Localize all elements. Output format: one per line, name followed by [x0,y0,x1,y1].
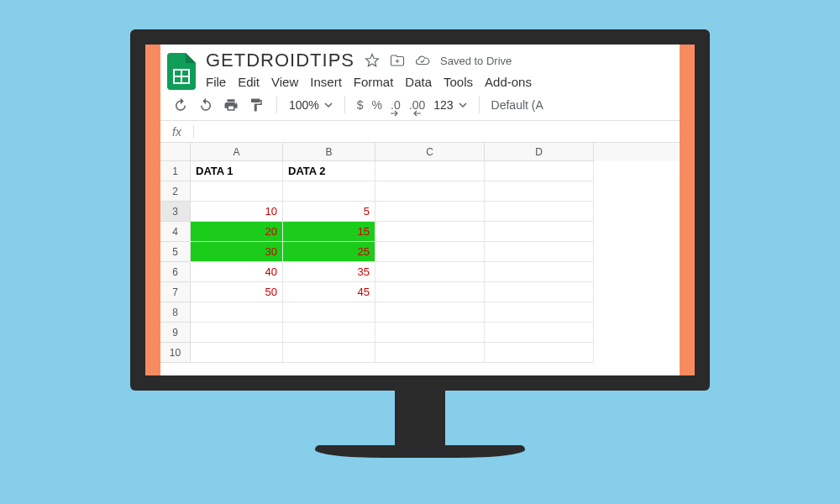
sheets-app: GETDROIDTIPS Saved to Drive File Edit Vi… [160,45,680,375]
cell-D4[interactable] [485,222,594,242]
cell-B2[interactable] [283,181,375,202]
cell-A1[interactable]: DATA 1 [191,161,283,181]
format-currency-button[interactable]: $ [357,98,364,112]
cell-A6[interactable]: 40 [191,262,283,282]
cell-D7[interactable] [485,282,594,302]
cell-C3[interactable] [375,202,485,222]
cell-D2[interactable] [485,181,594,202]
row-header-3[interactable]: 3 [160,202,191,222]
chevron-down-icon [459,101,467,109]
cell-B3[interactable]: 5 [283,202,375,222]
cell-C6[interactable] [375,262,485,282]
row-header-2[interactable]: 2 [160,181,191,202]
column-header-A[interactable]: A [191,143,283,161]
menubar: File Edit View Insert Format Data Tools … [206,75,673,89]
cell-B1[interactable]: DATA 2 [283,161,375,181]
doc-title[interactable]: GETDROIDTIPS [206,50,354,71]
cell-A8[interactable] [191,302,283,323]
select-all-corner[interactable] [160,143,191,161]
row-header-4[interactable]: 4 [160,222,191,242]
star-icon[interactable] [365,53,380,68]
cell-D10[interactable] [485,343,594,363]
cell-C8[interactable] [375,302,485,323]
chevron-down-icon [324,101,333,109]
column-header-D[interactable]: D [485,143,594,161]
redo-button[interactable] [197,97,214,113]
row-7: 75045 [160,282,680,302]
cell-D8[interactable] [485,302,594,323]
cell-D3[interactable] [485,202,594,222]
wallpaper-left [145,45,160,375]
cloud-saved-icon[interactable] [415,53,430,68]
cell-A4[interactable]: 20 [191,222,283,242]
cell-A9[interactable] [191,323,283,343]
row-header-9[interactable]: 9 [160,323,191,343]
cell-C10[interactable] [375,343,485,363]
row-header-6[interactable]: 6 [160,262,191,282]
row-10: 10 [160,343,680,363]
cell-B6[interactable]: 35 [283,262,375,282]
cell-A7[interactable]: 50 [191,282,283,302]
row-header-7[interactable]: 7 [160,282,191,302]
toolbar-separator [276,97,277,113]
format-percent-button[interactable]: % [372,98,382,112]
cell-C9[interactable] [375,323,485,343]
monitor-stand-neck [395,391,445,449]
column-header-B[interactable]: B [283,143,375,161]
cell-C7[interactable] [375,282,485,302]
menu-insert[interactable]: Insert [310,75,342,89]
menu-edit[interactable]: Edit [238,75,260,89]
increase-decimal-button[interactable]: .00 [409,98,425,112]
font-dropdown[interactable]: Default (A [491,98,543,112]
more-formats-dropdown[interactable]: 123 [433,98,466,112]
menu-data[interactable]: Data [405,75,432,89]
row-header-5[interactable]: 5 [160,242,191,262]
cell-A2[interactable] [191,181,283,202]
wallpaper-right [680,45,695,375]
row-header-1[interactable]: 1 [160,161,191,181]
cell-B4[interactable]: 15 [283,222,375,242]
cell-C4[interactable] [375,222,485,242]
spreadsheet-grid[interactable]: ABCD 1DATA 1DATA 22310542015530256403575… [160,143,680,363]
cell-D6[interactable] [485,262,594,282]
cell-D9[interactable] [485,323,594,343]
row-1: 1DATA 1DATA 2 [160,161,680,181]
row-4: 42015 [160,222,680,242]
row-5: 53025 [160,242,680,262]
row-header-8[interactable]: 8 [160,302,191,323]
cell-A10[interactable] [191,343,283,363]
cell-C1[interactable] [375,161,485,181]
sheets-logo-icon [167,53,196,90]
formula-input[interactable] [194,125,680,138]
menu-format[interactable]: Format [354,75,394,89]
cell-C5[interactable] [375,242,485,262]
cell-B9[interactable] [283,323,375,343]
column-header-C[interactable]: C [375,143,485,161]
print-button[interactable] [223,97,239,113]
title-row: GETDROIDTIPS Saved to Drive [206,50,673,71]
menu-file[interactable]: File [206,75,226,89]
undo-button[interactable] [172,97,189,113]
menu-tools[interactable]: Tools [444,75,473,89]
row-2: 2 [160,181,680,202]
decrease-decimal-button[interactable]: .0 [391,98,401,112]
cell-B5[interactable]: 25 [283,242,375,262]
cell-A3[interactable]: 10 [191,202,283,222]
row-9: 9 [160,323,680,343]
saved-status: Saved to Drive [440,55,512,67]
menu-view[interactable]: View [271,75,298,89]
cell-A5[interactable]: 30 [191,242,283,262]
cell-C2[interactable] [375,181,485,202]
cell-D5[interactable] [485,242,594,262]
zoom-dropdown[interactable]: 100% [289,98,333,112]
move-folder-icon[interactable] [390,53,405,68]
cell-B7[interactable]: 45 [283,282,375,302]
cell-D1[interactable] [485,161,594,181]
cell-B10[interactable] [283,343,375,363]
cell-B8[interactable] [283,302,375,323]
monitor-screen: GETDROIDTIPS Saved to Drive File Edit Vi… [145,45,695,375]
row-header-10[interactable]: 10 [160,343,191,363]
menu-addons[interactable]: Add-ons [485,75,532,89]
paint-format-button[interactable] [248,97,265,113]
column-headers: ABCD [160,143,680,161]
